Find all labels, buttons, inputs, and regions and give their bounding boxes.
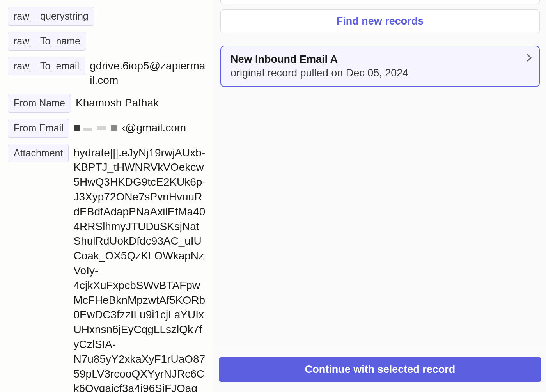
field-value-redacted: ‹@gmail.com (74, 119, 186, 135)
field-label: From Email (8, 119, 69, 138)
redacted-segment (97, 126, 108, 130)
email-suffix: ‹@gmail.com (122, 121, 186, 135)
record-subtitle: original record pulled on Dec 05, 2024 (230, 67, 530, 79)
field-label: raw__querystring (8, 7, 94, 26)
redacted-block-icon (74, 125, 80, 131)
partial-card-top (220, 0, 540, 4)
find-new-records-button[interactable]: Find new records (220, 9, 540, 33)
redacted-segment (74, 125, 94, 131)
record-title: New Inbound Email A (230, 53, 530, 66)
field-value: hydrate|||.eJyNj19rwjAUxb-KBPTJ_tHWNRVkV… (73, 144, 206, 392)
record-selector-panel: Find new records New Inbound Email A ori… (214, 0, 546, 392)
field-value: Khamosh Pathak (76, 94, 159, 110)
redacted-block-icon (97, 126, 106, 130)
find-records-label: Find new records (337, 15, 424, 27)
record-list-area: Find new records New Inbound Email A ori… (214, 0, 546, 349)
redacted-segment (111, 125, 119, 131)
redacted-block-icon (111, 125, 117, 131)
field-row-raw-querystring: raw__querystring (8, 7, 206, 26)
field-row-raw-to-name: raw__To_name (8, 32, 206, 51)
continue-button[interactable]: Continue with selected record (219, 357, 541, 382)
field-value: gdrive.6iop5@zapiermail.com (90, 57, 206, 88)
field-row-from-email: From Email ‹@gmail.com (8, 119, 206, 138)
continue-label: Continue with selected record (305, 364, 456, 375)
field-label: raw__To_email (8, 57, 85, 76)
record-card-selected[interactable]: New Inbound Email A original record pull… (220, 46, 540, 87)
redacted-block-icon (83, 128, 92, 131)
field-list-panel: raw__querystring raw__To_name raw__To_em… (0, 0, 214, 392)
field-label: Attachment (8, 144, 69, 163)
field-row-raw-to-email: raw__To_email gdrive.6iop5@zapiermail.co… (8, 57, 206, 88)
field-row-attachment: Attachment hydrate|||.eJyNj19rwjAUxb-KBP… (8, 144, 206, 392)
field-row-from-name: From Name Khamosh Pathak (8, 94, 206, 113)
field-label: raw__To_name (8, 32, 86, 51)
bottom-action-bar: Continue with selected record (214, 349, 546, 392)
field-label: From Name (8, 94, 71, 113)
